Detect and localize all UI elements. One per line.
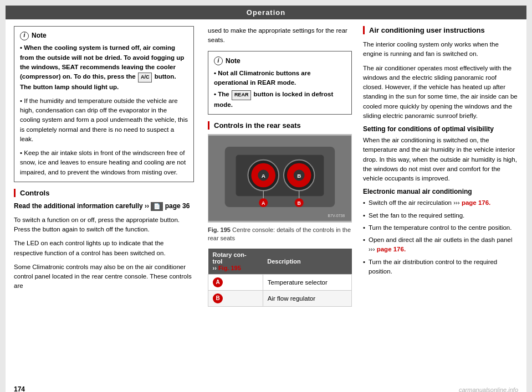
middle-column: used to make the appropriate settings fo…	[202, 26, 357, 307]
used-text: used to make the appropriate settings fo…	[208, 26, 352, 45]
left-column: i Note • When the cooling system is turn…	[14, 26, 202, 307]
electronic-bullet-5: Turn the air distribution control to the…	[363, 257, 518, 277]
svg-text:B: B	[298, 200, 301, 206]
fig-195-caption: Fig. 195 Centre console: details of the …	[208, 226, 352, 243]
note-bullet-3: • Keep the air intake slots in front of …	[20, 148, 188, 177]
svg-text:B: B	[297, 172, 301, 178]
air-intro-1: The interior cooling system only works w…	[363, 40, 518, 59]
controls-section-title: Controls	[14, 189, 194, 197]
table-col2-header: Description	[263, 249, 351, 275]
table-cell-label-a: A	[208, 274, 263, 290]
svg-text:A: A	[262, 172, 265, 178]
header-title: Operation	[247, 8, 285, 17]
note-box-2: i Note • Not all Climatronic buttons are…	[208, 51, 352, 115]
table-row: A Temperature selector	[208, 274, 352, 290]
info-icon-2: i	[214, 56, 223, 65]
info-icon: i	[20, 32, 29, 40]
rear-controls-title: Controls in the rear seats	[208, 121, 352, 130]
note2-bullet-1: • Not all Climatronic buttons are operat…	[214, 69, 346, 88]
fig-195: A B A B B7V-0738	[208, 134, 352, 223]
electronic-title: Electronic manual air conditioning	[363, 188, 518, 195]
note2-bullet-2: • The REAR button is locked in defrost m…	[214, 90, 346, 110]
table-cell-desc-b: Air flow regulator	[263, 290, 351, 306]
right-column: Air conditioning user instructions The i…	[357, 26, 518, 307]
air-conditioning-title: Air conditioning user instructions	[363, 26, 518, 34]
table-cell-label-b: B	[208, 290, 263, 306]
electronic-bullet-3: Turn the temperature control to the cent…	[363, 223, 518, 233]
air-intro-2: The air conditioner operates most effect…	[363, 64, 518, 121]
rotary-table: Rotary con-trol›› Fig. 195 Description A…	[208, 249, 352, 307]
table-col1-header: Rotary con-trol›› Fig. 195	[208, 249, 263, 275]
electronic-bullet-1: Switch off the air recirculation ››› pag…	[363, 198, 518, 208]
electronic-bullet-2: Set the fan to the required setting.	[363, 211, 518, 220]
note-bullet-1: • When the cooling system is turned off,…	[20, 43, 188, 92]
note-label-2: Note	[226, 56, 241, 66]
svg-text:B7V-0738: B7V-0738	[328, 214, 345, 218]
table-cell-desc-a: Temperature selector	[263, 274, 351, 290]
page: Operation i Note • When the cooling syst…	[6, 6, 526, 392]
note-bullet-2: • If the humidity and temperature outsid…	[20, 96, 188, 144]
watermark: carmanualsonline.info	[459, 386, 518, 392]
controls-para-3: Some Climatronic controls may also be on…	[14, 262, 194, 291]
electronic-bullet-4: Open and direct all the air outlets in t…	[363, 235, 518, 255]
table-row: B Air flow regulator	[208, 290, 352, 306]
svg-text:A: A	[262, 200, 265, 206]
read-info-text: Read the additional information carefull…	[14, 202, 194, 211]
visibility-title: Setting for conditions of optimal visibi…	[363, 125, 518, 133]
visibility-text: When the air conditioning is switched on…	[363, 136, 518, 183]
fig-195-svg: A B A B B7V-0738	[208, 135, 351, 222]
controls-para-1: To switch a function on or off, press th…	[14, 215, 194, 235]
page-number: 174	[14, 385, 25, 392]
note-label-1: Note	[32, 31, 47, 40]
note-box-1: i Note • When the cooling system is turn…	[14, 26, 194, 182]
note-header-1: i Note	[20, 31, 188, 40]
note-header-2: i Note	[214, 56, 346, 66]
controls-para-2: The LED on each control lights up to ind…	[14, 239, 194, 258]
page-header: Operation	[6, 6, 526, 19]
